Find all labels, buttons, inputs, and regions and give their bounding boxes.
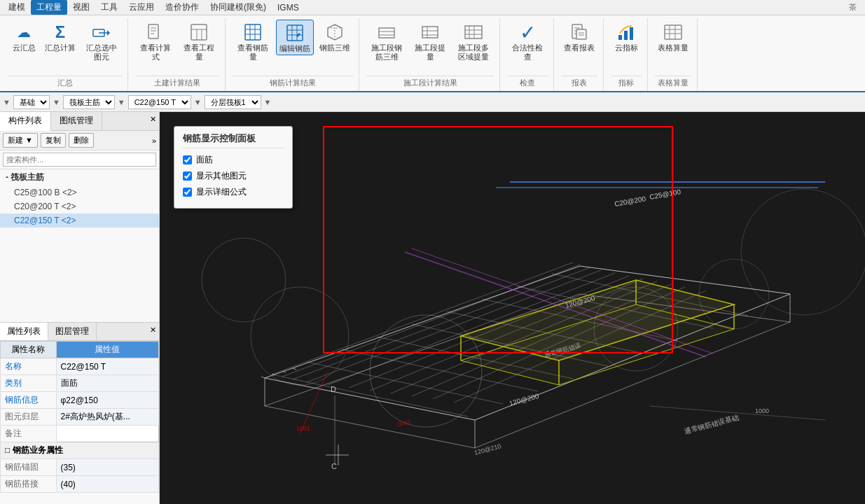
table-row: 钢筋锚固 (35) xyxy=(1,459,159,476)
prop-val[interactable] xyxy=(56,426,158,442)
svg-rect-43 xyxy=(618,35,622,40)
svg-marker-21 xyxy=(328,24,342,40)
table-calc-btn[interactable]: 表格算量 xyxy=(655,20,691,54)
civil-group-label: 土建计算结果 xyxy=(135,76,219,90)
prop-val[interactable]: (35) xyxy=(56,459,158,476)
expand-btn[interactable]: » xyxy=(152,136,156,145)
svg-rect-45 xyxy=(630,27,633,40)
list-item[interactable]: C25@100 B <2> xyxy=(0,186,159,200)
prop-key: 名称 xyxy=(1,358,57,375)
check-rebar-btn[interactable]: 查看钢筋量 xyxy=(233,20,273,63)
float-panel-item-1: 面筋 xyxy=(183,154,284,166)
copy-btn[interactable]: 复制 xyxy=(41,133,66,148)
cloud-index-btn[interactable]: 云指标 xyxy=(611,20,642,54)
prop-val[interactable]: C22@150 T xyxy=(56,358,158,375)
search-input[interactable] xyxy=(3,153,156,167)
calc-selected-label: 汇总选中图元 xyxy=(84,43,119,62)
prop-val[interactable]: 面筋 xyxy=(56,375,158,392)
list-item-selected[interactable]: C22@150 T <2> xyxy=(0,214,159,227)
menu-item-collab[interactable]: 协同建模(限免) xyxy=(205,0,272,15)
edit-rebar-icon xyxy=(284,22,306,44)
cloud-summary-btn[interactable]: ☁ 云汇总 xyxy=(8,20,39,54)
list-item[interactable]: C20@200 T <2> xyxy=(0,200,159,214)
left-panel: 构件列表 图纸管理 ✕ 新建 ▼ 复制 删除 » xyxy=(0,112,160,504)
dropdown-rebar-type[interactable]: 筏板主筋 xyxy=(63,95,115,109)
panel-search xyxy=(0,150,159,169)
prop-key: 备注 xyxy=(1,426,57,442)
calc-summary-btn[interactable]: Σ 汇总计算 xyxy=(42,20,78,54)
tree-item-group[interactable]: - 筏板主筋 xyxy=(0,169,159,186)
svg-text:C: C xyxy=(331,462,337,470)
menu-item-price[interactable]: 造价协作 xyxy=(160,0,205,15)
rebar-3d-icon xyxy=(324,21,346,43)
svg-marker-2 xyxy=(107,30,110,36)
menu-item-tools[interactable]: 工具 xyxy=(95,0,123,15)
toolbar-prefix5: ▼ xyxy=(264,98,272,106)
svg-rect-27 xyxy=(422,27,438,38)
check-project-btn[interactable]: 查看工程量 xyxy=(179,20,219,63)
tab-drawing-mgmt[interactable]: 图纸管理 xyxy=(51,112,102,130)
stage-rebar-3d-btn[interactable]: 施工段钢筋三维 xyxy=(366,20,407,63)
svg-text:1001: 1001 xyxy=(296,425,310,432)
app-extra: 茶 xyxy=(849,2,862,13)
prop-val[interactable]: 2#高炉热风炉(基... xyxy=(56,409,158,426)
ribbon-group-stage: 施工段钢筋三维 施工段提量 施工段多区域提量 施工段计算结果 xyxy=(361,18,500,91)
svg-rect-31 xyxy=(465,26,482,38)
dropdown-layer[interactable]: 分层筏板1 xyxy=(205,95,261,109)
ribbon-group-rebar: 查看钢筋量 编辑钢筋 钢筋三维 钢筋计算结果 xyxy=(227,18,359,91)
summary-group-label: 汇总 xyxy=(8,76,122,90)
panel-close-btn[interactable]: ✕ xyxy=(147,112,159,130)
prop-tab-attributes[interactable]: 属性列表 xyxy=(0,323,48,340)
tab-component-list[interactable]: 构件列表 xyxy=(0,112,51,131)
rebar-3d-btn[interactable]: 钢筋三维 xyxy=(317,20,353,54)
cloud-summary-label: 云汇总 xyxy=(13,43,36,52)
stage-lift-btn[interactable]: 施工段提量 xyxy=(410,20,450,63)
prop-key: 钢筋信息 xyxy=(1,392,57,409)
table-row: 名称 C22@150 T xyxy=(1,358,159,375)
stage-multi-label: 施工段多区域提量 xyxy=(456,43,491,62)
menu-item-engineering[interactable]: 工程量 xyxy=(31,0,67,15)
show-formula-label: 显示详细公式 xyxy=(196,186,247,198)
float-panel: 钢筋显示控制面板 面筋 显示其他图元 显示详细公式 xyxy=(174,126,293,209)
checkbox-face-rebar[interactable] xyxy=(183,155,192,164)
check-formula-btn[interactable]: 查看计算式 xyxy=(135,20,176,63)
menu-item-build[interactable]: 建模 xyxy=(3,0,31,15)
stage-group-label: 施工段计算结果 xyxy=(366,76,494,90)
prop-val[interactable]: φ22@150 xyxy=(56,392,158,409)
svg-rect-7 xyxy=(191,24,207,40)
edit-rebar-btn[interactable]: 编辑钢筋 xyxy=(276,20,314,55)
svg-rect-46 xyxy=(665,25,681,39)
prop-tabs: 属性列表 图层管理 ✕ xyxy=(0,323,159,341)
checkbox-show-formula[interactable] xyxy=(183,188,192,197)
new-btn[interactable]: 新建 ▼ xyxy=(3,133,38,148)
cloud-index-label: 云指标 xyxy=(615,43,638,52)
prop-val[interactable]: (40) xyxy=(56,476,158,493)
calc-selected-btn[interactable]: 汇总选中图元 xyxy=(81,20,122,63)
check-report-btn[interactable]: 查看报表 xyxy=(561,20,597,54)
table-calc-icon xyxy=(662,21,684,43)
dropdown-base[interactable]: 基础 xyxy=(13,95,50,109)
delete-btn[interactable]: 删除 xyxy=(69,133,94,148)
stage-multi-btn[interactable]: 施工段多区域提量 xyxy=(453,20,494,63)
legality-check-label: 合法性检查 xyxy=(510,43,545,62)
check-project-icon xyxy=(188,21,210,43)
svg-text:D: D xyxy=(331,385,336,393)
report-group-label: 报表 xyxy=(561,76,597,90)
menu-item-igms[interactable]: IGMS xyxy=(272,1,305,14)
index-group-label: 指标 xyxy=(611,76,642,90)
menu-item-cloud[interactable]: 云应用 xyxy=(123,0,160,15)
prop-panel-close[interactable]: ✕ xyxy=(147,323,159,340)
check-report-label: 查看报表 xyxy=(564,43,595,52)
dropdown-rebar-spec[interactable]: C22@150 T xyxy=(128,95,191,109)
prop-tab-layers[interactable]: 图层管理 xyxy=(48,323,97,340)
main-area: 构件列表 图纸管理 ✕ 新建 ▼ 复制 删除 » xyxy=(0,112,865,504)
menu-item-view[interactable]: 视图 xyxy=(67,0,95,15)
legality-check-btn[interactable]: ✓ 合法性检查 xyxy=(507,20,548,63)
float-panel-item-3: 显示详细公式 xyxy=(183,186,284,198)
cloud-index-icon xyxy=(615,21,637,43)
canvas-area[interactable]: 120@200 120@200 通常钢筋错误基础 通常钢筋错误 1001 100… xyxy=(160,112,865,504)
checkbox-show-other[interactable] xyxy=(183,172,192,181)
calc-selected-icon xyxy=(90,21,113,43)
table-row: 钢筋信息 φ22@150 xyxy=(1,392,159,409)
prop-key: 钢筋锚固 xyxy=(1,459,57,476)
